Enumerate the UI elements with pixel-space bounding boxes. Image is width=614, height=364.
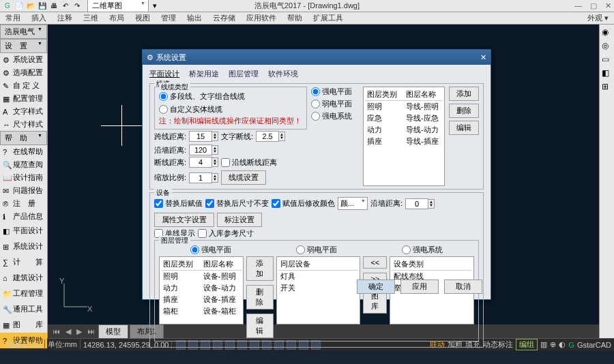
scale-input[interactable] — [189, 172, 212, 183]
sidebar-group-help[interactable]: 帮 助 — [0, 131, 47, 145]
menu-item[interactable]: 扩展工具 — [313, 13, 343, 23]
workspace-dropdown[interactable]: 二维草图 — [87, 0, 149, 12]
expand-icon[interactable]: ▾ — [153, 1, 157, 10]
status-group[interactable]: 编组 — [516, 339, 538, 350]
menu-item[interactable]: 三维 — [83, 13, 98, 23]
sidebar-item[interactable]: ®注 册 — [0, 197, 47, 210]
span-input[interactable] — [189, 131, 212, 142]
check-lib-size[interactable]: 入库参考尺寸 — [198, 228, 254, 239]
ok-button[interactable]: 确定 — [357, 279, 395, 294]
menu-item[interactable]: 常用 — [5, 13, 20, 23]
undo-icon[interactable]: ↶ — [61, 1, 70, 11]
status-scale[interactable]: 比例 1:100 — [3, 339, 45, 350]
sidebar-bottom-item[interactable]: ◧平面设计 — [0, 223, 47, 239]
move-left-button[interactable]: << — [363, 256, 387, 269]
tool-icon[interactable]: ◧ — [602, 68, 613, 79]
sidebar-item[interactable]: ▦配置管理 — [0, 92, 47, 105]
menu-item[interactable]: 帮助 — [287, 13, 302, 23]
dialog-tab[interactable]: 图层管理 — [229, 69, 259, 79]
tab-next-icon[interactable]: ▶ — [74, 327, 84, 336]
redo-icon[interactable]: ↷ — [72, 1, 82, 11]
check-replace-size[interactable]: 替换后尺寸不变 — [205, 198, 269, 209]
wire-add-button[interactable]: 添加 — [449, 87, 479, 101]
dialog-tab[interactable]: 桥架用途 — [189, 69, 219, 79]
minimize-icon[interactable]: — — [574, 1, 582, 10]
sidebar-header[interactable]: 浩辰电气 — [0, 25, 47, 39]
layer-edit-button[interactable]: 编辑 — [246, 314, 274, 338]
wire-edit-button[interactable]: 编辑 — [449, 121, 479, 135]
sidebar-item[interactable]: A文字样式 — [0, 105, 47, 118]
margin-input[interactable] — [405, 198, 428, 209]
sidebar-item[interactable]: ?在线帮助 — [0, 145, 47, 158]
sidebar-bottom-item[interactable]: 🔧通用工具 — [0, 301, 47, 317]
status-tool-icon[interactable]: ◐ — [559, 340, 566, 349]
menu-item[interactable]: 插入 — [31, 13, 46, 23]
menu-item[interactable]: 应用软件 — [246, 13, 276, 23]
along-input[interactable] — [189, 145, 212, 155]
tool-icon[interactable]: ◉ — [602, 27, 613, 38]
maximize-icon[interactable]: ▢ — [590, 1, 597, 10]
check-assign-color[interactable]: 赋值后修改颜色 — [272, 198, 335, 209]
menu-item[interactable]: 云存储 — [213, 13, 235, 23]
tab-first-icon[interactable]: ⏮ — [50, 327, 62, 335]
apply-button[interactable]: 应用 — [400, 279, 439, 294]
sidebar-bottom-item[interactable]: ⌂建筑设计 — [0, 270, 47, 286]
spinner-icon[interactable]: ▲▼ — [212, 132, 218, 141]
tool-icon[interactable]: ⊞ — [602, 82, 613, 93]
menu-item[interactable]: 视图 — [135, 13, 150, 23]
sidebar-item[interactable]: 🔍规范查阅 — [0, 158, 47, 171]
break-input[interactable] — [189, 157, 212, 168]
radio-lm-sys[interactable]: 强电系统 — [402, 245, 443, 255]
sidebar-bottom-item[interactable]: ∑计 算 — [0, 254, 47, 270]
menu-item[interactable]: 注释 — [57, 13, 72, 23]
print-icon[interactable]: 🖶 — [49, 1, 59, 11]
sidebar-bottom-item[interactable]: ⊞系统设计 — [0, 239, 47, 254]
new-icon[interactable]: 📄 — [14, 1, 24, 11]
tab-prev-icon[interactable]: ◀ — [63, 327, 73, 336]
sidebar-item[interactable]: ℹ产品信息 — [0, 210, 47, 223]
sidebar-group-settings[interactable]: 设 置 — [0, 39, 47, 53]
layer-table[interactable]: 图层类别图层名称 照明设备-照明 动力设备-动力 插座设备-插座 箱柜设备-箱柜 — [159, 256, 244, 324]
menu-appearance[interactable]: 外观 ▾ — [587, 13, 609, 23]
status-unit[interactable]: 单位:mm — [45, 339, 81, 350]
open-icon[interactable]: 📂 — [26, 1, 35, 11]
sidebar-item[interactable]: ✎自 定 义 — [0, 79, 47, 92]
radio-lm-weak[interactable]: 弱电平面 — [296, 245, 337, 255]
sidebar-bottom-item[interactable]: ▦图 库 — [0, 317, 47, 333]
check-replace-assign[interactable]: 替换后赋值 — [154, 198, 203, 209]
same-layer-list[interactable]: 同层设备 灯具 开关 — [276, 256, 361, 324]
save-icon[interactable]: 💾 — [38, 1, 47, 11]
radio-strong-sys[interactable]: 强电系统 — [311, 111, 359, 121]
tool-icon[interactable]: ▭ — [602, 55, 613, 65]
layer-del-button[interactable]: 删除 — [246, 285, 274, 309]
sidebar-item[interactable]: ⚙系统设置 — [0, 53, 47, 66]
layer-add-button[interactable]: 添加 — [246, 256, 274, 281]
menu-item[interactable]: 管理 — [161, 13, 176, 23]
cancel-button[interactable]: 取消 — [444, 279, 482, 294]
wire-layer-table[interactable]: 图层类别图层名称 照明导线-照明 应急导线-应急 动力导线-动力 插座导线-插座 — [363, 87, 445, 186]
wire-settings-button[interactable]: 线缆设置 — [221, 170, 266, 185]
dialog-tab[interactable]: 软件环境 — [268, 69, 298, 79]
tool-icon[interactable]: ◎ — [602, 41, 613, 52]
radio-polyline[interactable]: 多段线、文字组合线缆 — [159, 91, 245, 102]
status-tool-icon[interactable]: ⊕ — [550, 340, 556, 349]
tab-last-icon[interactable]: ⏭ — [85, 327, 97, 335]
dialog-tab[interactable]: 平面设计 — [149, 69, 179, 79]
menu-item[interactable]: 输出 — [187, 13, 202, 23]
offset-input[interactable] — [256, 131, 279, 142]
radio-lm-strong[interactable]: 强电平面 — [190, 245, 231, 255]
wire-del-button[interactable]: 删除 — [449, 104, 479, 118]
close-icon[interactable]: ✕ — [605, 1, 611, 10]
check-alongbreak[interactable]: 沿线断线距离 — [221, 157, 277, 168]
sidebar-item[interactable]: ✉问题报告 — [0, 184, 47, 197]
radio-custom[interactable]: 自定义实体线缆 — [159, 104, 222, 115]
radio-weak-plan[interactable]: 弱电平面 — [311, 99, 359, 109]
sidebar-item[interactable]: 📖设计指南 — [0, 171, 47, 184]
menu-item[interactable]: 布局 — [109, 13, 124, 23]
radio-strong-plan[interactable]: 强电平面 — [311, 87, 359, 97]
color-select[interactable]: 颜... — [338, 197, 368, 210]
tab-model[interactable]: 模型 — [98, 324, 128, 339]
status-tool-icon[interactable]: ▥ — [540, 340, 547, 349]
mark-settings-button[interactable]: 标注设置 — [217, 213, 262, 227]
dialog-close-icon[interactable]: ✕ — [480, 53, 486, 62]
